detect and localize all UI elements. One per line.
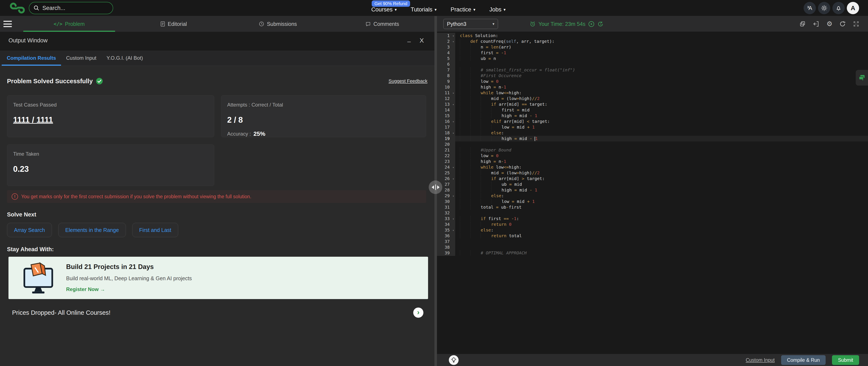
code-line[interactable]: 20 xyxy=(437,141,868,147)
code-line[interactable]: 39 # OPTIMAL APPROACH xyxy=(437,250,868,256)
output-tab-compilation-results[interactable]: Compilation Results xyxy=(2,51,61,66)
promo-banner[interactable]: Build 21 Projects in 21 Days Build real-… xyxy=(8,257,428,299)
code-line[interactable]: 18▾ else: xyxy=(437,130,868,136)
tab-submissions[interactable]: Submissions xyxy=(226,16,330,32)
solve-next-pill[interactable]: Array Search xyxy=(7,223,52,237)
compile-run-button[interactable]: Compile & Run xyxy=(781,355,826,365)
panel-resize-handle[interactable] xyxy=(429,180,442,194)
solve-next-pill[interactable]: First and Last xyxy=(132,223,178,237)
code-line[interactable]: 2▾ def countFreq(self, arr, target): xyxy=(437,38,868,44)
code-line[interactable]: 9 low = 0 xyxy=(437,78,868,84)
code-line[interactable]: 3 n = len(arr) xyxy=(437,44,868,50)
feedback-chat-widget[interactable] xyxy=(856,70,868,86)
line-number: 13▾ xyxy=(437,101,455,107)
reset-code-icon[interactable] xyxy=(840,21,846,27)
fold-arrow-icon[interactable]: ▾ xyxy=(453,176,454,182)
code-line[interactable]: 4 first = -1 xyxy=(437,50,868,56)
search-input[interactable] xyxy=(42,5,106,11)
code-line[interactable]: 21 #Upper Bound xyxy=(437,147,868,153)
resize-right-arrow-icon xyxy=(437,185,439,189)
fold-arrow-icon[interactable]: ▾ xyxy=(453,102,454,107)
fold-arrow-icon[interactable]: ▾ xyxy=(453,228,454,233)
import-code-icon[interactable] xyxy=(813,21,819,27)
document-icon xyxy=(160,21,165,27)
timer-reset-icon[interactable]: 1 xyxy=(597,21,603,27)
output-tab-y-o-g-i-ai-bot[interactable]: Y.O.G.I. (AI Bot) xyxy=(101,51,148,66)
code-line[interactable]: 17 low = mid + 1 xyxy=(437,124,868,130)
fold-arrow-icon[interactable]: ▾ xyxy=(453,90,454,96)
code-line[interactable]: 33▾ if first == -1: xyxy=(437,216,868,222)
notifications-bell-icon[interactable] xyxy=(832,2,845,14)
tab-comments[interactable]: Comments xyxy=(330,16,435,32)
suggest-feedback-link[interactable]: Suggest Feedback xyxy=(389,78,428,84)
tab-editorial[interactable]: Editorial xyxy=(121,16,226,32)
code-line[interactable]: 32 xyxy=(437,210,868,216)
code-line[interactable]: 35▾ else: xyxy=(437,227,868,233)
code-line[interactable]: 29▾ else: xyxy=(437,193,868,199)
nav-link-practice[interactable]: Practice ▾ xyxy=(451,6,475,13)
theme-toggle-icon[interactable] xyxy=(818,2,830,14)
gfg-logo[interactable] xyxy=(8,2,27,14)
custom-input-link[interactable]: Custom Input xyxy=(746,357,775,363)
code-line[interactable]: 24▾ while low<=high: xyxy=(437,164,868,170)
translate-icon[interactable]: xA xyxy=(804,2,816,14)
carousel-next-button[interactable]: › xyxy=(413,307,424,318)
code-line[interactable]: 10 high = n-1 xyxy=(437,84,868,90)
settings-gear-icon[interactable]: ⚙ xyxy=(827,21,832,27)
code-line[interactable]: 12 mid = (low+high)//2 xyxy=(437,96,868,101)
fold-arrow-icon[interactable]: ▾ xyxy=(453,119,454,125)
refund-badge[interactable]: Get 90% Refund xyxy=(372,0,410,7)
test-cases-value[interactable]: 1111 / 1111 xyxy=(13,115,208,125)
fold-arrow-icon[interactable]: ▾ xyxy=(453,130,454,136)
solve-next-pill[interactable]: Elements in the Range xyxy=(58,223,126,237)
code-line[interactable]: 37 xyxy=(437,239,868,244)
fold-arrow-icon[interactable]: ▾ xyxy=(453,33,454,39)
code-line[interactable]: 14 first = mid xyxy=(437,107,868,113)
code-line[interactable]: 27 ub = mid xyxy=(437,181,868,187)
code-line[interactable]: 6 xyxy=(437,61,868,67)
code-line[interactable]: 19 high = mid - 1 xyxy=(437,136,868,141)
close-window-icon[interactable]: X xyxy=(420,37,424,44)
code-line[interactable]: 28 high = mid - 1 xyxy=(437,187,868,193)
hint-bulb-button[interactable] xyxy=(449,355,459,365)
output-tab-custom-input[interactable]: Custom Input xyxy=(61,51,101,66)
code-line[interactable]: 31 total = ub-first xyxy=(437,204,868,210)
code-line[interactable]: 16▾ elif arr[mid] < target: xyxy=(437,119,868,124)
code-line[interactable]: 13▾ if arr[mid] == target: xyxy=(437,101,868,107)
search-bar[interactable] xyxy=(29,2,113,14)
register-now-link[interactable]: Register Now → xyxy=(66,286,105,292)
code-editor[interactable]: 1▾class Solution:2▾ def countFreq(self, … xyxy=(437,32,868,354)
code-line[interactable]: 8 #First Occurence xyxy=(437,73,868,78)
code-line[interactable]: 1▾class Solution: xyxy=(437,33,868,38)
fold-arrow-icon[interactable]: ▾ xyxy=(453,39,454,44)
submit-button[interactable]: Submit xyxy=(832,355,859,365)
code-line[interactable]: 36 return total xyxy=(437,233,868,239)
nav-link-tutorials[interactable]: Tutorials ▾ xyxy=(411,6,437,13)
fold-arrow-icon[interactable]: ▾ xyxy=(453,165,454,170)
code-line[interactable]: 38 xyxy=(437,244,868,250)
code-line[interactable]: 15 high = mid - 1 xyxy=(437,113,868,119)
nav-link-jobs[interactable]: Jobs ▾ xyxy=(489,6,506,13)
minimize-window-icon[interactable]: _ xyxy=(407,36,411,42)
nav-link-courses[interactable]: Courses ▾ xyxy=(371,6,397,13)
fold-arrow-icon[interactable]: ▾ xyxy=(453,193,454,199)
code-line[interactable]: 5 ub = n xyxy=(437,56,868,61)
code-line[interactable]: 23 high = n-1 xyxy=(437,159,868,164)
user-avatar[interactable]: A xyxy=(847,2,859,14)
fullscreen-icon[interactable] xyxy=(853,21,859,27)
code-line[interactable]: 7 # smallest_first_occur = float("inf") xyxy=(437,67,868,73)
code-lines[interactable]: 1▾class Solution:2▾ def countFreq(self, … xyxy=(437,32,868,256)
tab-problem[interactable]: </> Problem xyxy=(17,16,121,32)
page: Get 90% Refund Courses ▾Tutorials ▾Pract… xyxy=(0,0,868,366)
language-select[interactable]: Python3 ▾ xyxy=(443,19,498,29)
copy-code-icon[interactable] xyxy=(799,21,806,27)
code-line[interactable]: 11▾ while low<=high: xyxy=(437,90,868,96)
code-line[interactable]: 34 return 0 xyxy=(437,222,868,227)
hamburger-menu-icon[interactable] xyxy=(3,21,12,27)
code-line[interactable]: 25 mid = (low+high)//2 xyxy=(437,170,868,176)
code-line[interactable]: 26▾ if arr[mid] > target: xyxy=(437,176,868,181)
fold-arrow-icon[interactable]: ▾ xyxy=(453,216,454,222)
timer-play-icon[interactable] xyxy=(588,21,594,27)
code-line[interactable]: 22 low = 0 xyxy=(437,153,868,159)
code-line[interactable]: 30 low = mid + 1 xyxy=(437,199,868,204)
